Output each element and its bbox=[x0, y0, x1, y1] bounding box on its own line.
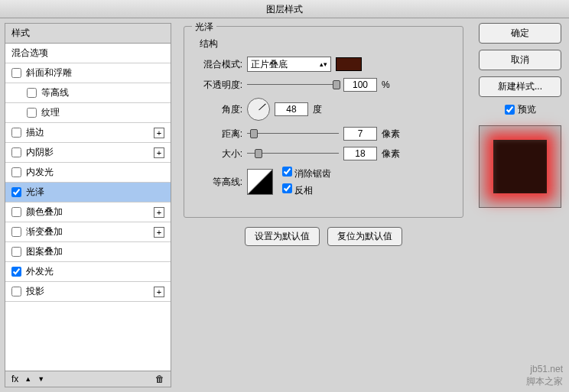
style-checkbox[interactable] bbox=[11, 147, 21, 157]
arrow-down-icon[interactable]: ▼ bbox=[37, 375, 44, 383]
fx-label[interactable]: fx bbox=[11, 374, 18, 384]
effect-settings: 光泽 结构 混合模式: 正片叠底 ▴▾ 不透明度: 100 % 角度: 48 bbox=[176, 23, 471, 387]
style-row-光泽[interactable]: 光泽 bbox=[5, 183, 171, 202]
style-label: 光泽 bbox=[26, 186, 44, 199]
plus-icon[interactable]: + bbox=[154, 147, 164, 158]
distance-input[interactable]: 7 bbox=[343, 127, 377, 141]
style-row-外发光[interactable]: 外发光 bbox=[5, 262, 171, 282]
style-checkbox[interactable] bbox=[11, 187, 21, 197]
satin-group: 光泽 结构 混合模式: 正片叠底 ▴▾ 不透明度: 100 % 角度: 48 bbox=[184, 26, 463, 218]
angle-dial[interactable] bbox=[247, 98, 270, 121]
contour-row: 等高线: 消除锯齿 反相 bbox=[195, 167, 452, 197]
opacity-slider[interactable] bbox=[247, 79, 339, 90]
preview-box bbox=[479, 125, 561, 208]
blend-mode-row: 混合模式: 正片叠底 ▴▾ bbox=[195, 57, 452, 72]
style-label: 内阴影 bbox=[26, 146, 54, 159]
style-label: 纹理 bbox=[41, 106, 60, 119]
styles-header: 样式 bbox=[5, 24, 171, 44]
style-row-颜色叠加[interactable]: 颜色叠加+ bbox=[5, 202, 171, 222]
color-swatch[interactable] bbox=[336, 57, 362, 71]
blend-mode-label: 混合模式: bbox=[195, 58, 242, 71]
structure-heading: 结构 bbox=[200, 37, 452, 50]
make-default-button[interactable]: 设置为默认值 bbox=[245, 227, 320, 246]
style-label: 斜面和浮雕 bbox=[26, 66, 72, 79]
trash-icon[interactable]: 🗑 bbox=[155, 374, 164, 384]
style-checkbox[interactable] bbox=[11, 128, 21, 138]
style-label: 等高线 bbox=[41, 86, 69, 99]
style-label: 外发光 bbox=[26, 265, 54, 278]
distance-row: 距离: 7 像素 bbox=[195, 127, 452, 141]
angle-input[interactable]: 48 bbox=[275, 102, 308, 116]
style-label: 渐变叠加 bbox=[26, 225, 63, 238]
size-input[interactable]: 18 bbox=[343, 147, 377, 160]
plus-icon[interactable]: + bbox=[154, 207, 164, 218]
style-checkbox[interactable] bbox=[11, 247, 21, 257]
style-row-等高线[interactable]: 等高线 bbox=[5, 83, 171, 103]
main-layout: 样式 混合选项 斜面和浮雕等高线纹理描边+内阴影+内发光光泽颜色叠加+渐变叠加+… bbox=[0, 18, 569, 392]
antialias-checkbox[interactable]: 消除锯齿 bbox=[282, 167, 331, 180]
opacity-row: 不透明度: 100 % bbox=[195, 78, 452, 92]
size-label: 大小: bbox=[195, 147, 242, 160]
contour-picker[interactable] bbox=[247, 169, 273, 195]
style-row-渐变叠加[interactable]: 渐变叠加+ bbox=[5, 222, 171, 242]
arrow-up-icon[interactable]: ▲ bbox=[24, 375, 31, 383]
style-label: 描边 bbox=[26, 126, 44, 139]
blend-mode-select[interactable]: 正片叠底 ▴▾ bbox=[247, 57, 331, 72]
size-unit: 像素 bbox=[382, 147, 405, 160]
style-label: 投影 bbox=[26, 285, 44, 298]
style-row-斜面和浮雕[interactable]: 斜面和浮雕 bbox=[5, 63, 171, 83]
watermark: jb51.net 脚本之家 bbox=[526, 363, 563, 387]
contour-label: 等高线: bbox=[195, 176, 242, 189]
distance-slider[interactable] bbox=[247, 128, 339, 139]
opacity-input[interactable]: 100 bbox=[343, 78, 377, 92]
style-label: 图案叠加 bbox=[26, 245, 63, 258]
blend-options-row[interactable]: 混合选项 bbox=[5, 44, 171, 63]
angle-row: 角度: 48 度 bbox=[195, 98, 452, 121]
select-arrows-icon: ▴▾ bbox=[320, 61, 327, 67]
angle-label: 角度: bbox=[195, 103, 242, 116]
plus-icon[interactable]: + bbox=[154, 128, 164, 138]
style-checkbox[interactable] bbox=[11, 267, 21, 277]
fx-footer: fx ▲ ▼ 🗑 bbox=[5, 371, 171, 387]
new-style-button[interactable]: 新建样式... bbox=[479, 76, 561, 97]
invert-checkbox[interactable]: 反相 bbox=[282, 183, 331, 197]
style-checkbox[interactable] bbox=[27, 88, 37, 98]
distance-label: 距离: bbox=[195, 128, 242, 141]
styles-panel: 样式 混合选项 斜面和浮雕等高线纹理描边+内阴影+内发光光泽颜色叠加+渐变叠加+… bbox=[5, 23, 171, 387]
style-checkbox[interactable] bbox=[11, 207, 21, 217]
style-list: 斜面和浮雕等高线纹理描边+内阴影+内发光光泽颜色叠加+渐变叠加+图案叠加外发光投… bbox=[5, 63, 171, 302]
reset-default-button[interactable]: 复位为默认值 bbox=[327, 227, 402, 246]
style-row-图案叠加[interactable]: 图案叠加 bbox=[5, 242, 171, 262]
opacity-label: 不透明度: bbox=[195, 79, 242, 92]
angle-unit: 度 bbox=[313, 103, 336, 116]
style-row-内发光[interactable]: 内发光 bbox=[5, 163, 171, 183]
style-row-纹理[interactable]: 纹理 bbox=[5, 103, 171, 123]
style-checkbox[interactable] bbox=[27, 108, 37, 118]
default-buttons: 设置为默认值 复位为默认值 bbox=[184, 227, 463, 246]
preview-checkbox[interactable]: 预览 bbox=[505, 103, 536, 116]
size-row: 大小: 18 像素 bbox=[195, 147, 452, 160]
style-checkbox[interactable] bbox=[11, 287, 21, 296]
style-label: 颜色叠加 bbox=[26, 206, 63, 219]
style-checkbox[interactable] bbox=[11, 68, 21, 78]
window-title: 图层样式 bbox=[266, 4, 303, 15]
style-checkbox[interactable] bbox=[11, 227, 21, 237]
window-titlebar: 图层样式 bbox=[0, 0, 569, 18]
opacity-unit: % bbox=[382, 79, 405, 90]
plus-icon[interactable]: + bbox=[154, 287, 164, 297]
cancel-button[interactable]: 取消 bbox=[479, 50, 561, 70]
ok-button[interactable]: 确定 bbox=[479, 23, 561, 44]
style-row-内阴影[interactable]: 内阴影+ bbox=[5, 143, 171, 163]
style-checkbox[interactable] bbox=[11, 167, 21, 177]
plus-icon[interactable]: + bbox=[154, 227, 164, 238]
group-title: 光泽 bbox=[192, 21, 216, 34]
style-row-投影[interactable]: 投影+ bbox=[5, 282, 171, 302]
style-label: 内发光 bbox=[26, 166, 54, 179]
style-row-描边[interactable]: 描边+ bbox=[5, 123, 171, 143]
size-slider[interactable] bbox=[247, 148, 339, 159]
distance-unit: 像素 bbox=[382, 128, 405, 141]
right-panel: 确定 取消 新建样式... 预览 bbox=[476, 23, 564, 387]
preview-swatch bbox=[493, 140, 547, 193]
